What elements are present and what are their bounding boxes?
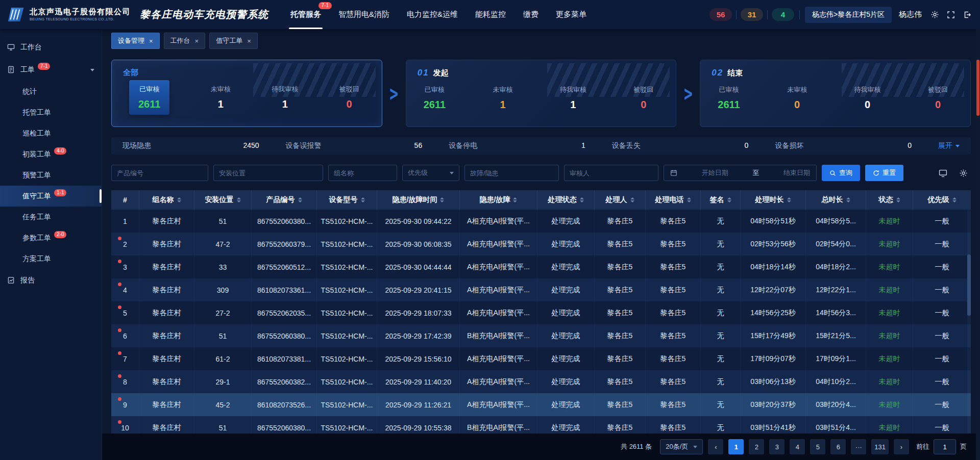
sidebar-item-2[interactable]: 统计 (0, 81, 102, 102)
sort-icon[interactable] (687, 197, 691, 202)
sidebar-item-4[interactable]: 巡检工单 (0, 123, 102, 144)
sort-icon[interactable] (177, 197, 181, 202)
sidebar-item-5[interactable]: 初装工单4-0 (0, 144, 102, 165)
card-stat[interactable]: 待我审核0 (854, 85, 881, 111)
sort-icon[interactable] (630, 197, 634, 202)
display-icon[interactable] (935, 165, 950, 181)
column-header-13[interactable]: 状态 (866, 190, 913, 210)
column-header-3[interactable]: 产品编号 (252, 190, 317, 210)
sort-icon[interactable] (846, 197, 850, 202)
card-stat[interactable]: 已审核2611 (424, 85, 446, 111)
page-button-3[interactable]: 3 (769, 439, 785, 454)
column-header-4[interactable]: 设备型号 (317, 190, 377, 210)
page-ellipsis[interactable]: ··· (851, 439, 866, 454)
filter-input-0[interactable] (111, 165, 208, 181)
priority-select[interactable]: 优先级 (402, 165, 459, 181)
page-button-6[interactable]: 6 (830, 439, 846, 454)
table-row-3[interactable]: 3黎各庄村33867552060512...TS5102-HCM-...2025… (111, 255, 971, 278)
page-button-4[interactable]: 4 (790, 439, 805, 454)
card-stat[interactable]: 已审核2611 (129, 80, 169, 115)
gear-icon[interactable] (955, 165, 971, 181)
card-stat[interactable]: 被驳回0 (633, 85, 653, 111)
page-size-select[interactable]: 20条/页 (660, 439, 703, 454)
nav-item-2[interactable]: 智慧用电&消防 (330, 0, 398, 29)
card-stat[interactable]: 未审核1 (493, 85, 512, 111)
sidebar-item-3[interactable]: 托管工单 (0, 102, 102, 123)
sort-icon[interactable] (298, 197, 302, 202)
table-row-10[interactable]: 10黎各庄村51867552060380...TS5102-HCM-...202… (111, 416, 971, 433)
sidebar-item-10[interactable]: 方案工单 (0, 248, 102, 269)
card-stat[interactable]: 待我审核1 (272, 85, 298, 110)
table-row-1[interactable]: 1黎各庄村51867552060380...TS5102-HCM-...2025… (111, 210, 971, 233)
settings-icon[interactable] (929, 9, 940, 20)
nav-item-1[interactable]: 托管服务7-1 (282, 0, 330, 29)
page-scrollbar-thumb[interactable] (976, 60, 979, 116)
page-button-2[interactable]: 2 (749, 439, 764, 454)
column-header-5[interactable]: 隐患/故障时间 (377, 190, 460, 210)
sidebar-item-11[interactable]: 报告 (0, 269, 102, 292)
prev-page-button[interactable]: ‹ (708, 439, 723, 454)
sidebar-item-0[interactable]: 工作台 (0, 36, 102, 59)
sort-icon[interactable] (952, 197, 957, 202)
close-icon[interactable]: × (195, 37, 199, 45)
table-row-4[interactable]: 4黎各庄村309861082073361...TS5102-HCM-...202… (111, 278, 971, 301)
tab-0[interactable]: 设备管理× (111, 33, 160, 49)
page-button-1[interactable]: 1 (728, 439, 744, 454)
alert-counter-green[interactable]: 4 (772, 8, 794, 21)
sort-icon[interactable] (237, 197, 241, 202)
reset-button[interactable]: 重置 (865, 165, 903, 181)
nav-item-3[interactable]: 电力监控&运维 (398, 0, 467, 29)
table-scrollbar[interactable] (967, 210, 971, 433)
nav-item-6[interactable]: 更多菜单 (547, 0, 595, 29)
column-header-12[interactable]: 总时长 (806, 190, 866, 210)
column-header-0[interactable]: # (111, 190, 139, 210)
filter-input-5[interactable] (564, 165, 658, 181)
column-header-1[interactable]: 组名称 (139, 190, 194, 210)
sort-icon[interactable] (580, 197, 584, 202)
column-header-14[interactable]: 优先级 (913, 190, 971, 210)
table-row-9[interactable]: 9黎各庄村45-2861082073526...TS5102-HCM-...20… (111, 393, 971, 416)
column-header-8[interactable]: 处理人 (595, 190, 646, 210)
column-header-10[interactable]: 签名 (701, 190, 741, 210)
goto-page-input[interactable] (934, 439, 956, 454)
nav-item-5[interactable]: 缴费 (514, 0, 547, 29)
page-scrollbar[interactable] (976, 29, 980, 460)
sidebar-item-1[interactable]: 工单7-1 (0, 59, 102, 81)
table-row-6[interactable]: 6黎各庄村51867552060380...TS5102-HCM-...2025… (111, 324, 971, 347)
sidebar-item-7[interactable]: 值守工单1-1 (0, 186, 102, 207)
table-scrollbar-thumb[interactable] (967, 254, 971, 316)
filter-input-1[interactable] (213, 165, 323, 181)
table-row-7[interactable]: 7黎各庄村61-2861082073381...TS5102-HCM-...20… (111, 347, 971, 370)
column-header-7[interactable]: 处理状态 (537, 190, 595, 210)
area-selector[interactable]: 杨志伟>黎各庄村5片区 (805, 7, 892, 23)
logout-icon[interactable] (962, 9, 973, 20)
table-row-2[interactable]: 2黎各庄村47-2867552060379...TS5102-HCM-...20… (111, 233, 971, 255)
card-stat[interactable]: 被驳回0 (339, 85, 359, 110)
close-icon[interactable]: × (149, 37, 153, 45)
sort-icon[interactable] (361, 197, 365, 202)
page-button-131[interactable]: 131 (871, 439, 889, 454)
search-button[interactable]: 查询 (822, 165, 860, 181)
sort-icon[interactable] (787, 197, 791, 202)
column-header-2[interactable]: 安装位置 (194, 190, 252, 210)
close-icon[interactable]: × (247, 37, 251, 45)
sort-icon[interactable] (896, 197, 900, 202)
card-stat[interactable]: 已审核2611 (718, 85, 740, 111)
column-header-6[interactable]: 隐患/故障 (460, 190, 537, 210)
table-row-8[interactable]: 8黎各庄村29-1867552060382...TS5102-HCM-...20… (111, 370, 971, 393)
table-row-5[interactable]: 5黎各庄村27-2867552062035...TS5102-HCM-...20… (111, 301, 971, 324)
card-stat[interactable]: 未审核0 (787, 85, 807, 111)
tab-1[interactable]: 工作台× (164, 33, 206, 49)
card-stat[interactable]: 待我审核1 (560, 85, 586, 111)
fullscreen-icon[interactable] (945, 9, 957, 20)
page-button-5[interactable]: 5 (810, 439, 825, 454)
sort-icon[interactable] (513, 197, 517, 202)
username[interactable]: 杨志伟 (899, 10, 922, 19)
alert-counter-red[interactable]: 56 (709, 8, 732, 21)
card-stat[interactable]: 未审核1 (211, 85, 231, 110)
sidebar-item-6[interactable]: 预警工单 (0, 165, 102, 186)
sidebar-item-8[interactable]: 任务工单 (0, 207, 102, 227)
date-range-picker[interactable]: 开始日期至结束日期 (664, 165, 817, 181)
filter-input-4[interactable] (464, 165, 559, 181)
nav-item-4[interactable]: 能耗监控 (467, 0, 514, 29)
